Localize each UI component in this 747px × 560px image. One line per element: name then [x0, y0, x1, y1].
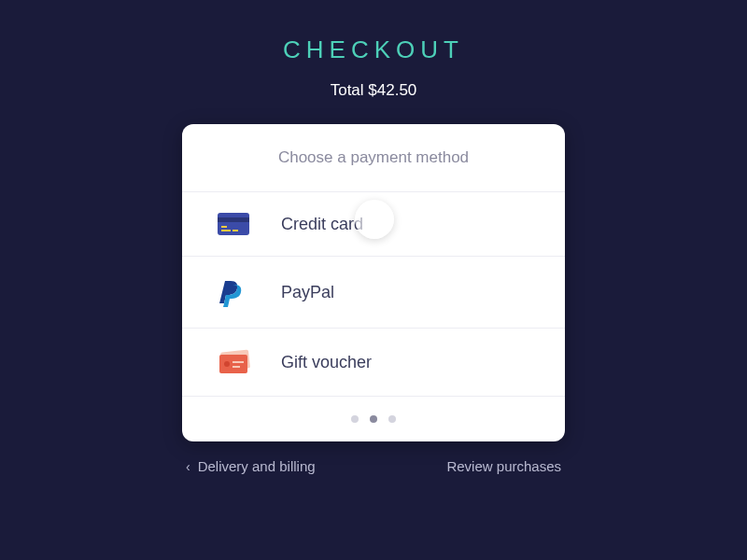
payment-option-credit-card[interactable]: Credit card	[182, 192, 565, 257]
pagination-dots	[182, 397, 565, 441]
svg-rect-2	[221, 226, 227, 228]
payment-card: Choose a payment method Credit card PayP…	[182, 124, 565, 441]
svg-rect-3	[221, 230, 231, 231]
svg-rect-0	[218, 213, 249, 235]
svg-rect-9	[233, 366, 240, 368]
payment-option-paypal[interactable]: PayPal	[182, 257, 565, 329]
total-amount: Total $42.50	[331, 81, 417, 100]
chevron-left-icon: ‹	[186, 459, 190, 474]
footer-nav: ‹ Delivery and billing Review purchases	[182, 458, 565, 474]
svg-rect-4	[233, 230, 238, 231]
payment-option-gift-voucher[interactable]: Gift voucher	[182, 329, 565, 397]
pagination-dot[interactable]	[351, 415, 359, 423]
card-prompt: Choose a payment method	[182, 124, 565, 192]
forward-link-label: Review purchases	[446, 458, 561, 474]
page-title: CHECKOUT	[283, 35, 464, 64]
pagination-dot[interactable]	[370, 415, 377, 423]
svg-rect-1	[218, 217, 249, 222]
credit-card-icon	[218, 213, 264, 235]
paypal-icon	[218, 277, 264, 307]
back-link[interactable]: ‹ Delivery and billing	[186, 458, 316, 474]
payment-option-label: Credit card	[281, 215, 363, 234]
payment-option-label: PayPal	[281, 283, 334, 302]
payment-option-label: Gift voucher	[281, 353, 372, 372]
svg-rect-8	[233, 361, 244, 363]
svg-point-7	[224, 361, 230, 367]
gift-voucher-icon	[218, 349, 264, 375]
forward-link[interactable]: Review purchases	[446, 458, 561, 474]
back-link-label: Delivery and billing	[198, 458, 316, 474]
pagination-dot[interactable]	[388, 415, 396, 423]
svg-rect-6	[219, 355, 247, 373]
